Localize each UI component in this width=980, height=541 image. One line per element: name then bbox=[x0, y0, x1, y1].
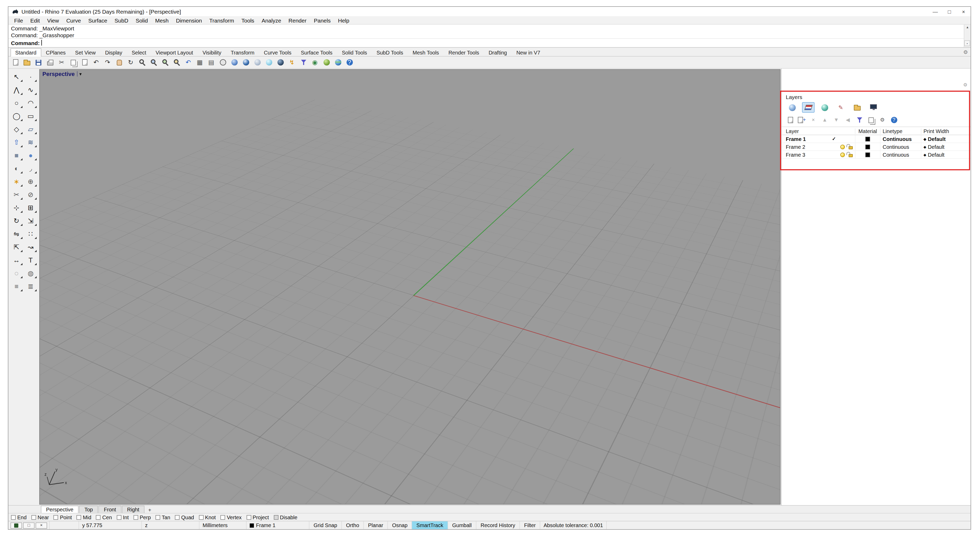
maximize-button[interactable]: □ bbox=[942, 7, 956, 16]
column-header-linetype[interactable]: Linetype bbox=[880, 128, 921, 134]
explode-tool-button[interactable]: ∗ bbox=[10, 175, 23, 188]
arc-tool-button[interactable]: ◠ bbox=[24, 96, 37, 109]
layer-name[interactable]: Frame 2 bbox=[781, 144, 830, 150]
grasshopper-button[interactable] bbox=[321, 57, 332, 68]
array-tool-button[interactable]: ∷ bbox=[24, 227, 37, 240]
disable-checkbox[interactable] bbox=[274, 515, 278, 520]
flow-tool-button[interactable]: ↝ bbox=[24, 241, 37, 253]
record-history-button[interactable]: ↯ bbox=[286, 57, 298, 68]
layer-lock-cell[interactable] bbox=[846, 152, 855, 157]
osnap-checkbox[interactable] bbox=[156, 515, 160, 520]
status-toggle[interactable]: Filter bbox=[519, 521, 540, 529]
osnap-toggle[interactable]: End bbox=[11, 514, 27, 520]
minimized-window-icon[interactable] bbox=[11, 522, 22, 528]
osnap-toggle[interactable]: Tan bbox=[156, 514, 170, 520]
split-tool-button[interactable]: ⊘ bbox=[24, 188, 37, 201]
layer-linetype-cell[interactable]: Continuous bbox=[880, 143, 921, 150]
osnap-checkbox[interactable] bbox=[11, 515, 16, 520]
menu-item[interactable]: Help bbox=[334, 17, 353, 23]
layer-print-width-cell[interactable]: ◆ Default bbox=[921, 143, 965, 150]
web-browser-button[interactable] bbox=[332, 57, 344, 68]
named-views-button[interactable]: ▤ bbox=[206, 57, 217, 68]
layer-visibility-cell[interactable] bbox=[838, 152, 846, 157]
toolbar-tab[interactable]: Standard bbox=[11, 48, 41, 57]
viewport-tab[interactable]: Perspective bbox=[41, 506, 79, 513]
menu-item[interactable]: Mesh bbox=[151, 17, 172, 23]
layer-visibility-cell[interactable] bbox=[838, 137, 846, 141]
properties-tab[interactable] bbox=[786, 102, 799, 113]
display-tab[interactable]: ✎ bbox=[834, 102, 847, 113]
layer-color-swatch[interactable] bbox=[865, 152, 870, 157]
layer-color-swatch[interactable] bbox=[865, 144, 870, 149]
menu-item[interactable]: Dimension bbox=[172, 17, 205, 23]
new-layer-button[interactable] bbox=[786, 116, 795, 124]
osnap-toggle[interactable]: Int bbox=[117, 514, 129, 520]
status-toggle[interactable]: Gumball bbox=[447, 521, 476, 529]
point-tool-button[interactable]: ∙ bbox=[24, 70, 37, 83]
delete-layer-button[interactable]: × bbox=[809, 116, 818, 124]
trim-tool-button[interactable]: ✂ bbox=[10, 188, 23, 201]
osnap-checkbox[interactable] bbox=[96, 515, 101, 520]
osnap-toggle[interactable]: Quad bbox=[175, 514, 194, 520]
toolbar-tab[interactable]: SubD Tools bbox=[372, 48, 408, 57]
sweep-tool-button[interactable]: ≋ bbox=[24, 136, 37, 148]
status-toggle[interactable]: Grid Snap bbox=[309, 521, 341, 529]
command-prompt-input[interactable]: Command: bbox=[8, 39, 970, 46]
box-tool-button[interactable]: ■ bbox=[10, 149, 23, 161]
osnap-checkbox[interactable] bbox=[199, 515, 204, 520]
layer-lock-cell[interactable] bbox=[846, 137, 855, 141]
menu-item[interactable]: Render bbox=[285, 17, 310, 23]
osnap-checkbox[interactable] bbox=[54, 515, 58, 520]
orient-tool-button[interactable]: ⇱ bbox=[10, 241, 23, 253]
status-toggle[interactable]: Record History bbox=[476, 521, 519, 529]
layer-visibility-cell[interactable] bbox=[838, 144, 846, 149]
osnap-checkbox[interactable] bbox=[77, 515, 81, 520]
display-shaded-button[interactable] bbox=[229, 57, 240, 68]
osnap-toggle[interactable]: Vertex bbox=[220, 514, 242, 520]
minimized-close-button[interactable]: × bbox=[36, 522, 47, 528]
osnap-checkbox[interactable] bbox=[220, 515, 225, 520]
libraries-tab[interactable] bbox=[851, 102, 863, 113]
column-header-material[interactable]: Material bbox=[855, 128, 880, 134]
toolbar-tab[interactable]: New in V7 bbox=[512, 48, 545, 57]
osnap-toggle[interactable]: Project bbox=[246, 514, 269, 520]
menu-item[interactable]: Transform bbox=[205, 17, 238, 23]
layer-tools-button[interactable]: ⚙ bbox=[878, 116, 887, 124]
toolbar-tab[interactable]: Render Tools bbox=[444, 48, 484, 57]
filter-layers-button[interactable] bbox=[855, 116, 864, 124]
rectangle-tool-button[interactable]: ▭ bbox=[24, 110, 37, 122]
cut-button[interactable]: ✂ bbox=[56, 57, 67, 68]
status-toggle[interactable]: Planar bbox=[363, 521, 387, 529]
osnap-checkbox[interactable] bbox=[246, 515, 251, 520]
viewport-title-dropdown[interactable]: Perspective ▾ bbox=[42, 71, 82, 77]
viewport-tab[interactable]: Top bbox=[79, 506, 98, 513]
new-sublayer-button[interactable]: + bbox=[797, 116, 806, 124]
toolbar-tab[interactable]: Set View bbox=[70, 48, 100, 57]
move-layer-down-button[interactable]: ▼ bbox=[832, 116, 841, 124]
osnap-disable-toggle[interactable]: Disable bbox=[274, 514, 298, 520]
fillet-tool-button[interactable]: ◞ bbox=[24, 162, 37, 174]
selection-filter-button[interactable] bbox=[298, 57, 309, 68]
copy-to-clipboard-button[interactable] bbox=[68, 57, 78, 68]
osnap-toggle[interactable]: Near bbox=[32, 514, 49, 520]
zoom-selected-button[interactable] bbox=[171, 57, 182, 68]
layer-name[interactable]: Frame 1 bbox=[781, 136, 830, 142]
undo-button[interactable]: ↶ bbox=[91, 57, 102, 68]
toolbar-tab[interactable]: Display bbox=[100, 48, 127, 57]
layer-list-button[interactable] bbox=[866, 116, 875, 124]
layer-material-cell[interactable] bbox=[855, 143, 880, 150]
new-viewport-tab-icon[interactable]: + bbox=[145, 507, 154, 513]
layer-print-width-cell[interactable]: ◆ Default bbox=[921, 135, 965, 142]
layer-print-width-cell[interactable]: ◆ Default bbox=[921, 151, 965, 158]
toolbar-tab[interactable]: Transform bbox=[226, 48, 259, 57]
toolbar-options-gear-icon[interactable]: ⚙ bbox=[963, 49, 968, 55]
osnap-toggle[interactable]: Knot bbox=[199, 514, 216, 520]
dimension-tool-button[interactable]: ↔ bbox=[10, 254, 23, 266]
layer-tool-button[interactable]: ≡ bbox=[10, 280, 23, 292]
hide-tool-button[interactable]: ◌ bbox=[10, 267, 23, 279]
current-layer-pane[interactable]: Frame 1 bbox=[246, 521, 309, 529]
status-toggle[interactable]: Ortho bbox=[341, 521, 363, 529]
panel-options-gear-icon[interactable]: ⚙ bbox=[963, 82, 967, 88]
osnap-checkbox[interactable] bbox=[134, 515, 138, 520]
display-ghosted-button[interactable] bbox=[252, 57, 263, 68]
